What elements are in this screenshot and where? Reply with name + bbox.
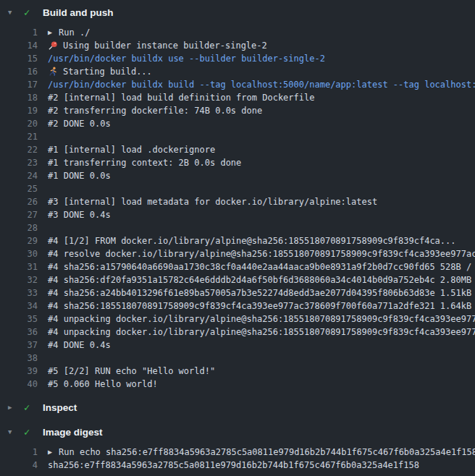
log-line-content: #5 [2/2] RUN echo "Hello world!" — [48, 365, 215, 378]
line-number[interactable]: 1 — [0, 26, 48, 39]
log-line: 16Starting build... — [0, 65, 475, 78]
pushpin-emoji — [48, 41, 58, 51]
expand-run-icon[interactable]: ▶ — [48, 26, 52, 39]
log-line: 18#2 [internal] load build definition fr… — [0, 91, 475, 104]
line-number[interactable]: 35 — [0, 313, 48, 326]
section-image-digest: ▼✓Image digest1▶Run echo sha256:e7ff8834… — [0, 420, 475, 476]
log-line-content: #4 DONE 0.4s — [48, 339, 111, 352]
line-number[interactable]: 4 — [0, 459, 48, 472]
line-number[interactable]: 33 — [0, 286, 48, 299]
log-text: #5 [2/2] RUN echo "Hello world!" — [48, 365, 215, 378]
section-header-image-digest[interactable]: ▼✓Image digest — [0, 420, 475, 444]
log-line-content: #2 transferring dockerfile: 74B 0.0s don… — [48, 104, 262, 117]
log-line-content: #4 sha256:a15790640a6690aa1730c38cf0a440… — [48, 260, 475, 273]
log-line: 21 — [0, 130, 475, 143]
log-line: 30#4 resolve docker.io/library/alpine@sh… — [0, 247, 475, 260]
log-line: 26#3 [internal] load metadata for docker… — [0, 195, 475, 208]
line-number[interactable]: 26 — [0, 195, 48, 208]
workflow-log: ▼✓Build and push1▶Run ./14Using builder … — [0, 0, 475, 476]
log-line: 34#4 sha256:185518070891758909c9f839cf4c… — [0, 299, 475, 313]
line-number[interactable]: 14 — [0, 39, 48, 52]
log-text: sha256:e7ff8834a5963a2785c5a0811e979d16b… — [48, 459, 419, 472]
line-number[interactable]: 29 — [0, 234, 48, 247]
log-text: #5 0.060 Hello world! — [48, 378, 158, 391]
log-text: /usr/bin/docker buildx build --tag local… — [48, 78, 475, 91]
line-number[interactable]: 1 — [0, 446, 48, 459]
line-number[interactable]: 15 — [0, 52, 48, 65]
log-line: 22#1 [internal] load .dockerignore — [0, 143, 475, 156]
line-number[interactable]: 17 — [0, 78, 48, 91]
log-text: #2 [internal] load build definition from… — [48, 91, 314, 104]
log-line: 32#4 sha256:df20fa9351a15782c64e6dddb2d4… — [0, 273, 475, 286]
log-line: 38 — [0, 352, 475, 365]
line-number[interactable]: 32 — [0, 273, 48, 286]
log-text: #3 DONE 0.4s — [48, 208, 111, 221]
line-number[interactable]: 37 — [0, 339, 48, 352]
line-number[interactable]: 36 — [0, 326, 48, 339]
log-line: 1▶Run echo sha256:e7ff8834a5963a2785c5a0… — [0, 446, 475, 459]
log-text: #4 resolve docker.io/library/alpine@sha2… — [48, 247, 475, 260]
log-lines-build-and-push: 1▶Run ./14Using builder instance builder… — [0, 25, 475, 395]
line-number[interactable]: 30 — [0, 247, 48, 260]
log-line: 36#4 unpacking docker.io/library/alpine@… — [0, 326, 475, 339]
log-line-content: #1 [internal] load .dockerignore — [48, 143, 215, 156]
line-number[interactable]: 27 — [0, 208, 48, 221]
expand-run-icon[interactable]: ▶ — [48, 446, 52, 459]
line-number[interactable]: 40 — [0, 378, 48, 391]
log-line-content: #3 DONE 0.4s — [48, 208, 111, 221]
log-line: 28 — [0, 221, 475, 234]
chevron-down-icon: ▼ — [7, 9, 24, 16]
log-line: 37#4 DONE 0.4s — [0, 339, 475, 352]
log-text: #1 [internal] load .dockerignore — [48, 143, 215, 156]
log-line: 25 — [0, 182, 475, 195]
section-build-and-push: ▼✓Build and push1▶Run ./14Using builder … — [0, 0, 475, 395]
line-number[interactable]: 21 — [0, 130, 48, 143]
log-line-content: #5 0.060 Hello world! — [48, 378, 158, 391]
chevron-right-icon: ▶ — [7, 404, 24, 411]
section-title-inspect: Inspect — [43, 402, 77, 413]
check-icon: ✓ — [24, 401, 43, 413]
log-line-content: ▶Run echo sha256:e7ff8834a5963a2785c5a08… — [48, 446, 475, 459]
log-line: 17/usr/bin/docker buildx build --tag loc… — [0, 78, 475, 91]
section-title-image-digest: Image digest — [43, 427, 103, 438]
log-text: /usr/bin/docker buildx use --builder bui… — [48, 52, 325, 65]
log-text: #4 DONE 0.4s — [48, 339, 111, 352]
line-number[interactable]: 25 — [0, 182, 48, 195]
log-line-content: #1 DONE 0.0s — [48, 169, 111, 182]
chevron-down-icon: ▼ — [7, 428, 24, 435]
log-text: #4 unpacking docker.io/library/alpine@sh… — [48, 326, 475, 339]
line-number[interactable]: 19 — [0, 104, 48, 117]
log-line: 24#1 DONE 0.0s — [0, 169, 475, 182]
line-number[interactable]: 34 — [0, 299, 48, 313]
log-line: 23#1 transferring context: 2B 0.0s done — [0, 156, 475, 169]
command-line-text: /usr/bin/docker buildx build --tag local… — [48, 78, 475, 91]
log-line-content: #2 [internal] load build definition from… — [48, 91, 314, 104]
line-number[interactable]: 24 — [0, 169, 48, 182]
line-number[interactable]: 23 — [0, 156, 48, 169]
log-line: 15/usr/bin/docker buildx use --builder b… — [0, 52, 475, 65]
line-number[interactable]: 22 — [0, 143, 48, 156]
line-number[interactable]: 38 — [0, 352, 48, 365]
log-text: #4 sha256:185518070891758909c9f839cf4ca3… — [48, 299, 475, 313]
log-line-content: #4 unpacking docker.io/library/alpine@sh… — [48, 313, 475, 326]
log-line: 14Using builder instance builder-single-… — [0, 39, 475, 52]
line-number[interactable]: 16 — [0, 65, 48, 78]
line-number[interactable]: 20 — [0, 117, 48, 130]
section-title-build-and-push: Build and push — [43, 7, 114, 18]
log-line-content: #2 DONE 0.0s — [48, 117, 111, 130]
log-line: 31#4 sha256:a15790640a6690aa1730c38cf0a4… — [0, 260, 475, 273]
section-header-inspect[interactable]: ▶✓Inspect — [0, 395, 475, 420]
command-line-text: /usr/bin/docker buildx use --builder bui… — [48, 52, 325, 65]
line-number[interactable]: 18 — [0, 91, 48, 104]
log-line-content: ▶Run ./ — [48, 26, 90, 39]
log-text: #2 transferring dockerfile: 74B 0.0s don… — [48, 104, 262, 117]
log-line: 19#2 transferring dockerfile: 74B 0.0s d… — [0, 104, 475, 117]
log-line-content: #1 transferring context: 2B 0.0s done — [48, 156, 241, 169]
log-line: 39#5 [2/2] RUN echo "Hello world!" — [0, 365, 475, 378]
section-header-build-and-push[interactable]: ▼✓Build and push — [0, 0, 475, 25]
log-text: Run ./ — [59, 26, 90, 39]
log-text: #4 unpacking docker.io/library/alpine@sh… — [48, 313, 475, 326]
line-number[interactable]: 28 — [0, 221, 48, 234]
line-number[interactable]: 31 — [0, 260, 48, 273]
line-number[interactable]: 39 — [0, 365, 48, 378]
